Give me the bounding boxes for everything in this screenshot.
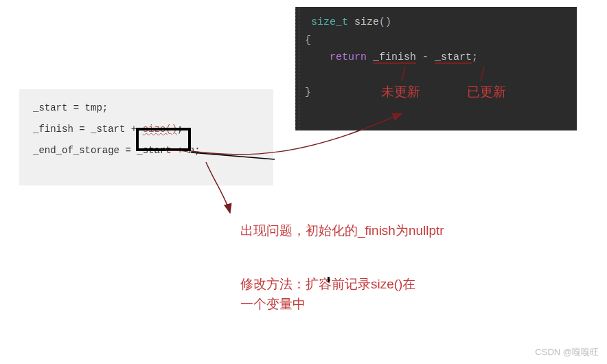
dark-line-empty: [305, 67, 567, 84]
function-name: size: [354, 16, 379, 28]
annotation-problem: 出现问题，初始化的_finish为nullptr: [240, 221, 556, 241]
type-keyword: size_t: [311, 16, 348, 28]
code-gutter: [295, 7, 299, 130]
annotation-fix: 修改方法：扩容前记录size()在一个变量中: [240, 275, 419, 314]
semicolon: ;: [472, 52, 478, 63]
dark-code-block: size_t size() { return _finish - _start;…: [295, 7, 577, 130]
parens: (): [379, 16, 391, 28]
code-line-3: _end_of_storage = _start + n;: [33, 140, 260, 161]
code-line-1: _start = tmp;: [33, 98, 260, 119]
watermark: CSDN @嘎嘎旺: [535, 346, 599, 359]
return-keyword: return: [330, 52, 367, 63]
dark-line-brace-open: {: [305, 32, 567, 49]
dark-line-return: return _finish - _start;: [305, 49, 567, 67]
dark-line-signature: size_t size(): [305, 14, 567, 32]
annotation-updated: 已更新: [467, 82, 506, 102]
annotation-not-updated: 未更新: [381, 82, 420, 102]
code-text: ;: [177, 124, 183, 135]
ident-finish: _finish: [373, 52, 416, 63]
light-code-block: _start = tmp; _finish = _start + size();…: [19, 89, 273, 185]
code-text: _finish = _start +: [33, 124, 143, 135]
ident-start: _start: [435, 52, 472, 63]
size-call: size(): [143, 124, 177, 135]
op-minus: -: [416, 52, 435, 63]
dark-line-brace-close: }: [305, 84, 567, 102]
code-line-2: _finish = _start + size();: [33, 119, 260, 140]
